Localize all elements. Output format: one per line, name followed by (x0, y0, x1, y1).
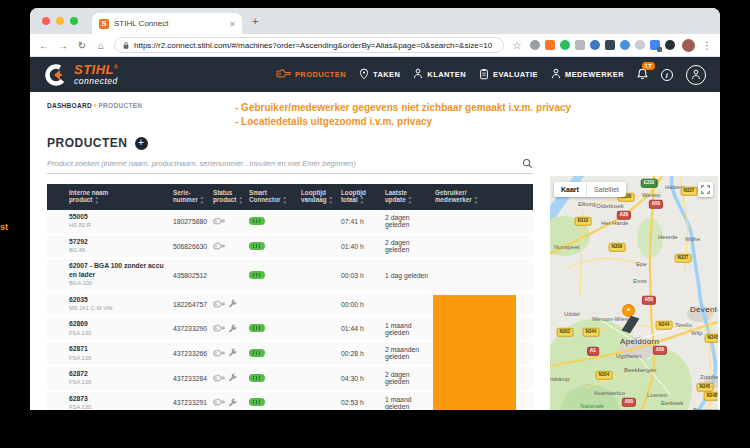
bookmark-star-icon[interactable]: ☆ (511, 40, 523, 51)
runtime-today-cell (297, 326, 337, 332)
service-wrench-icon (228, 299, 237, 309)
product-name-cell: 62035MS 261 C-M VW (47, 293, 169, 316)
new-tab-button[interactable]: + (252, 15, 258, 27)
browser-tab[interactable]: S STIHL Connect × (92, 13, 242, 34)
product-name-cell: 57292BG 86 (47, 235, 169, 258)
serial-cell: 180275880 (169, 215, 209, 228)
map-town-label: Brummen (693, 407, 718, 410)
fullscreen-button[interactable] (698, 182, 713, 197)
smart-connector-cell (245, 371, 297, 386)
sort-icon[interactable]: ▲▼ (360, 196, 364, 205)
user-cell (431, 272, 533, 278)
home-icon[interactable]: ⌂ (95, 40, 107, 51)
nav-item-taken[interactable]: TAKEN (359, 68, 400, 82)
eyedropper-extension-icon[interactable] (530, 40, 540, 50)
map-town-label: Wilp (691, 330, 703, 336)
map-town-label: Wezep (642, 192, 661, 198)
blue-dot-extension-icon[interactable] (620, 40, 630, 50)
product-location-marker[interactable] (622, 304, 635, 317)
minimize-window-button[interactable] (56, 17, 64, 25)
sort-icon[interactable]: ▲▼ (283, 196, 287, 205)
close-tab-icon[interactable]: × (230, 19, 235, 29)
info-button[interactable]: i (661, 69, 673, 81)
map-type-satellite-button[interactable]: Satelliet (586, 182, 626, 197)
product-model: FSA 130 (69, 379, 167, 386)
search-bar (47, 154, 533, 174)
table-row[interactable]: 57292BG 86 506826630 01:40 h 2 dagen gel… (47, 235, 533, 260)
map-town-label: Hoenderloo (594, 390, 625, 396)
stihl-logo-icon (44, 63, 68, 87)
pin-icon (359, 68, 369, 82)
reload-icon[interactable]: ↻ (76, 40, 88, 51)
close-window-button[interactable] (42, 17, 50, 25)
breadcrumb-dashboard[interactable]: DASHBOARD (47, 102, 92, 109)
privacy-annotations: - Gebruiker/medewerker gegevens niet zic… (235, 101, 571, 128)
tab-title: STIHL Connect (114, 19, 225, 28)
map-type-map-button[interactable]: Kaart (554, 182, 586, 197)
product-model: MS 261 C-M VW (69, 305, 167, 312)
sort-icon[interactable]: ▲▼ (94, 196, 98, 205)
add-product-button[interactable]: + (135, 137, 148, 150)
avatar-icon (686, 65, 706, 85)
runtime-total-cell: 04:30 h (337, 372, 381, 385)
column-header[interactable]: Status product▲▼ (209, 186, 245, 209)
nav-item-producten[interactable]: PRODUCTEN (276, 69, 346, 80)
map-canvas (550, 176, 718, 410)
smart-connector-badge (249, 271, 265, 279)
column-header[interactable]: Looptijd totaal▲▼ (337, 186, 381, 209)
sort-icon[interactable]: ▲▼ (329, 196, 333, 205)
search-input[interactable] (47, 159, 522, 168)
map-town-label: Heerde (658, 234, 678, 240)
stihl-connected-logo[interactable]: STIHL® connected (44, 63, 118, 87)
search-icon[interactable] (522, 155, 533, 173)
map-town-label: Nunspeet (554, 244, 580, 250)
blue-gear-extension-icon[interactable] (590, 40, 600, 50)
column-header[interactable]: Interne naam product▲▼ (47, 186, 169, 209)
column-header[interactable]: Gebruiker/ medewerker▲▼ (431, 186, 533, 209)
page-title: PRODUCTEN (47, 136, 128, 150)
table-row[interactable]: 62007 - BGA 100 zonder accu en laderBGA … (47, 259, 533, 292)
translate-extension-icon[interactable] (650, 40, 660, 50)
last-update-cell: 1 maand geleden (381, 393, 431, 410)
column-header[interactable]: Looptijd vandaag▲▼ (297, 186, 337, 209)
nav-item-klanten[interactable]: KLANTEN (413, 68, 466, 81)
product-model: BG 86 (69, 247, 167, 254)
map-town-label: Epe (636, 261, 647, 267)
user-avatar[interactable] (686, 65, 706, 85)
column-header[interactable]: Smart Connector▲▼ (245, 186, 297, 209)
mail-extension-icon[interactable] (605, 40, 615, 50)
sort-icon[interactable]: ▲▼ (474, 196, 478, 205)
notifications-bell[interactable]: 17 (637, 68, 648, 82)
road-badge: N344 (583, 328, 600, 337)
column-header[interactable]: Laatste update▲▼ (381, 186, 431, 209)
page-content: DASHBOARD›PRODUCTEN - Gebruiker/medewerk… (30, 92, 720, 410)
forward-icon[interactable]: → (57, 40, 69, 51)
address-bar[interactable]: https://r2.connect.stihl.com/#/machines?… (114, 37, 504, 53)
column-header[interactable]: Serie- nummer▲▼ (169, 186, 209, 209)
smart-connector-cell (245, 321, 297, 336)
chainsaw-icon (276, 69, 291, 80)
back-icon[interactable]: ← (38, 40, 50, 51)
sort-icon[interactable]: ▲▼ (200, 196, 204, 205)
sort-icon[interactable]: ▲▼ (408, 196, 412, 205)
pale-extension-icon[interactable] (635, 40, 645, 50)
table-row[interactable]: 55005HS 82 R 180275880 07:41 h 2 dagen g… (47, 210, 533, 235)
browser-profile-avatar[interactable] (682, 39, 695, 52)
last-update-cell: 1 dag geleden (381, 269, 431, 282)
dark-extension-icon[interactable] (665, 40, 675, 50)
runtime-total-cell: 00:28 h (337, 347, 381, 360)
gray-extension-icon[interactable] (575, 40, 585, 50)
maximize-window-button[interactable] (70, 17, 78, 25)
product-model: BGA 100 (69, 280, 167, 287)
nav-item-medewerker[interactable]: MEDEWERKER (551, 68, 624, 81)
orange-extension-icon[interactable] (545, 40, 555, 50)
map-panel[interactable]: ElburgOldebroekWezepHattemHet HardeNunsp… (550, 176, 718, 410)
browser-menu-icon[interactable]: ⋮ (702, 40, 712, 51)
status-chainsaw-icon (213, 324, 225, 333)
runtime-today-cell (297, 400, 337, 406)
sort-icon[interactable]: ▲▼ (238, 196, 242, 205)
evernote-extension-icon[interactable] (560, 40, 570, 50)
runtime-today-cell (297, 218, 337, 224)
nav-item-evaluatie[interactable]: EVALUATIE (479, 68, 538, 82)
serial-cell: 435802512 (169, 269, 209, 282)
